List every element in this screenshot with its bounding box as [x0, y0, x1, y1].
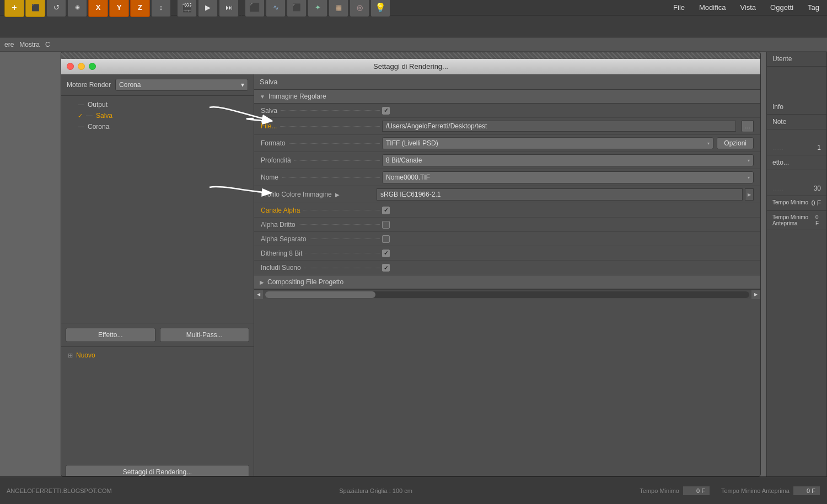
scrollbar-container: ◀ ▶ — [254, 290, 760, 299]
right-panel-field-2[interactable]: etto... — [767, 155, 826, 170]
tree-item-output[interactable]: — Output — [61, 99, 254, 110]
close-button[interactable] — [67, 63, 74, 70]
object-toolbar-btn[interactable]: ⬛ — [25, 0, 45, 17]
status-right: Tempo Minimo 0 F Tempo Minimo Anteprima … — [640, 486, 820, 496]
rotate-toolbar-btn[interactable]: ↺ — [46, 0, 66, 17]
salva-label: Salva — [261, 107, 382, 115]
alpha-dritto-value — [382, 221, 754, 229]
dithering-value — [382, 250, 754, 257]
sub-toolbar: ere Mostra C — [0, 37, 827, 52]
right-panel-field-3: ...... 30 — [767, 181, 826, 196]
sidebar-action-buttons: Effetto... Multi-Pass... — [61, 323, 254, 346]
right-panel-note[interactable]: Note — [767, 115, 826, 129]
dithering-row: Dithering 8 Bit — [254, 246, 760, 261]
toolbar-left: + ⬛ ↺ ⊕ X Y Z ↕ 🎬 ▶ ⏭ ⬛ ∿ ⬛ ✦ ▦ ◎ 💡 — [0, 0, 390, 17]
tempo-anteprima-label: Tempo Minimo Anteprima — [721, 487, 790, 494]
nuovo-icon: ⊞ — [68, 352, 73, 359]
tree-item-corona-label: Corona — [88, 123, 109, 131]
clapper-toolbar-btn[interactable]: 🎬 — [177, 0, 197, 17]
profilo-value: sRGB IEC61966-2.1 ▶ — [377, 188, 754, 200]
scroll-left-btn[interactable]: ◀ — [254, 290, 263, 299]
tree-item-salva[interactable]: ✓ — Salva — [61, 110, 254, 121]
canale-alpha-checkbox[interactable] — [382, 207, 390, 214]
profilo-label: Profilo Colore Immagine ▶ — [261, 191, 377, 198]
compositing-header[interactable]: ▶ Compositing File Progetto — [254, 275, 760, 289]
menu-file[interactable]: File — [671, 3, 687, 12]
compositing-arrow: ▶ — [260, 279, 264, 285]
maximize-button[interactable] — [89, 63, 96, 70]
effetto-btn[interactable]: Effetto... — [66, 328, 155, 342]
scale-toolbar-btn[interactable]: ↕ — [151, 0, 171, 17]
tree-item-corona[interactable]: — Corona — [61, 121, 254, 132]
profondita-dropdown[interactable]: 8 Bit/Canale ▾ — [382, 154, 754, 166]
sidebar-footer-btn[interactable]: Settaggi di Rendering... — [66, 465, 249, 476]
alpha-separato-row: Alpha Separato — [254, 232, 760, 246]
includi-suono-checkbox[interactable] — [382, 264, 390, 272]
motore-dropdown[interactable]: Corona ▾ — [115, 79, 248, 91]
right-panel-tempo-label: Tempo Minimo — [772, 199, 808, 207]
scrollbar-thumb[interactable] — [265, 291, 375, 298]
sub-menu-ere[interactable]: ere — [4, 41, 14, 48]
right-panel-info[interactable]: Info — [767, 100, 826, 115]
opzioni-btn[interactable]: Opzioni — [717, 137, 754, 149]
minimize-button[interactable] — [78, 63, 85, 70]
nome-dropdown[interactable]: Nome0000.TIF ▾ — [382, 171, 754, 183]
menu-tag[interactable]: Tag — [805, 3, 821, 12]
profilo-dropdown[interactable]: sRGB IEC61966-2.1 — [377, 188, 743, 200]
nuovo-label: Nuovo — [76, 351, 95, 359]
sub-menu-c[interactable]: C — [45, 41, 50, 48]
scrollbar-track[interactable] — [265, 291, 749, 298]
menu-modifica[interactable]: Modifica — [697, 3, 728, 12]
includi-suono-row: Includi Suono — [254, 261, 760, 275]
camera-toolbar-btn[interactable]: ◎ — [350, 0, 369, 17]
canale-alpha-label: Canale Alpha — [261, 207, 382, 214]
cube-toolbar-btn[interactable]: ⬛ — [245, 0, 265, 17]
add-circle-toolbar-btn[interactable]: ⊕ — [67, 0, 87, 17]
menu-vista[interactable]: Vista — [738, 3, 758, 12]
menu-oggetti[interactable]: Oggetti — [768, 3, 796, 12]
right-panel-tempo-minimo: Tempo Minimo 0 F — [767, 196, 826, 211]
menu-bar-right: File Modifica Vista Oggetti Tag — [671, 0, 827, 15]
x-toolbar-btn[interactable]: X — [88, 0, 108, 17]
separator-2 — [241, 0, 242, 15]
immagine-regolare-title: Immagine Regolare — [268, 93, 326, 100]
profondita-dropdown-text: 8 Bit/Canale — [386, 156, 422, 164]
multipass-btn[interactable]: Multi-Pass... — [160, 328, 250, 342]
sidebar: Motore Render Corona ▾ — Output ✓ — Salv… — [61, 74, 254, 476]
main-window: Settaggi di Rendering... Motore Render C… — [61, 52, 761, 476]
file-path-display[interactable]: /Users/AngeloFerretti/Desktop/test — [382, 121, 736, 132]
traffic-lights — [67, 63, 96, 70]
immagine-regolare-header[interactable]: ▼ Immagine Regolare — [254, 90, 760, 104]
right-panel: Utente Info Note ...... 1 etto... ......… — [766, 52, 827, 476]
window-titlebar: Settaggi di Rendering... — [61, 59, 760, 74]
salva-value — [382, 107, 754, 115]
nuovo-item[interactable]: ⊞ Nuovo — [63, 349, 251, 361]
right-panel-field-1: ...... 1 — [767, 140, 826, 155]
light-toolbar-btn[interactable]: 💡 — [370, 0, 390, 17]
tempo-anteprima-field: Tempo Minimo Anteprima 0 F — [721, 486, 820, 496]
profilo-arrow-btn[interactable]: ▶ — [745, 188, 754, 200]
immagine-regolare-section: ▼ Immagine Regolare Salva Fil — [254, 90, 760, 275]
alpha-separato-checkbox[interactable] — [382, 235, 390, 243]
play-toolbar-btn[interactable]: ▶ — [198, 0, 218, 17]
sub-menu-mostra[interactable]: Mostra — [19, 41, 40, 48]
dithering-checkbox[interactable] — [382, 250, 390, 257]
profondita-dropdown-arrow: ▾ — [748, 158, 750, 163]
formato-dropdown[interactable]: TIFF (Livelli PSD) ▾ — [382, 137, 713, 149]
y-toolbar-btn[interactable]: Y — [109, 0, 129, 17]
grid-toolbar-btn[interactable]: ▦ — [329, 0, 348, 17]
salva-checkbox[interactable] — [382, 107, 390, 115]
menu-bar: + ⬛ ↺ ⊕ X Y Z ↕ 🎬 ▶ ⏭ ⬛ ∿ ⬛ ✦ ▦ ◎ 💡 File… — [0, 0, 827, 15]
tempo-minimo-value: 0 F — [683, 486, 710, 496]
tempo-minimo-label: Tempo Minimo — [640, 487, 679, 494]
z-toolbar-btn[interactable]: Z — [130, 0, 150, 17]
alpha-dritto-checkbox[interactable] — [382, 221, 390, 229]
skip-toolbar-btn[interactable]: ⏭ — [219, 0, 239, 17]
file-path-btn[interactable]: … — [742, 120, 754, 132]
add-toolbar-btn[interactable]: + — [4, 0, 24, 17]
scroll-right-btn[interactable]: ▶ — [751, 290, 760, 299]
right-panel-utente[interactable]: Utente — [767, 52, 826, 67]
spline-toolbar-btn[interactable]: ∿ — [266, 0, 286, 17]
box-toolbar-btn[interactable]: ⬛ — [287, 0, 307, 17]
star-toolbar-btn[interactable]: ✦ — [308, 0, 327, 17]
